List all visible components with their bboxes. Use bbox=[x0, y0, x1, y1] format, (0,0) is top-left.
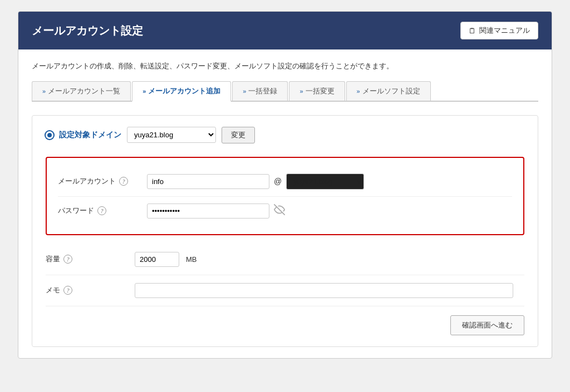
email-account-label: メールアカウント ? bbox=[58, 176, 147, 186]
password-input[interactable] bbox=[147, 204, 269, 219]
email-domain-select[interactable]: yuya21.blog bbox=[286, 173, 364, 190]
domain-radio[interactable] bbox=[46, 131, 53, 139]
tab-arrow-list: » bbox=[42, 88, 46, 95]
memo-inputs bbox=[135, 283, 524, 298]
capacity-inputs: MB bbox=[135, 252, 524, 267]
capacity-row: 容量 ? MB bbox=[46, 244, 524, 275]
tab-arrow-mail-software: » bbox=[357, 88, 360, 95]
highlighted-fields: メールアカウント ? @ yuya21.blog パスワード bbox=[46, 157, 524, 235]
page-title: メールアカウント設定 bbox=[32, 23, 143, 38]
email-account-row: メールアカウント ? @ yuya21.blog bbox=[58, 167, 512, 197]
tab-mail-software[interactable]: » メールソフト設定 bbox=[346, 81, 431, 101]
capacity-unit: MB bbox=[186, 255, 197, 264]
email-account-inputs: @ yuya21.blog bbox=[147, 173, 512, 190]
tab-arrow-bulk-register: » bbox=[243, 88, 246, 95]
page-header: メールアカウント設定 🗒 関連マニュアル bbox=[18, 12, 552, 49]
tab-arrow-bulk-change: » bbox=[299, 88, 303, 95]
memo-help-icon[interactable]: ? bbox=[63, 286, 72, 295]
manual-icon: 🗒 bbox=[469, 27, 476, 35]
email-account-input[interactable] bbox=[147, 174, 269, 189]
tab-bulk-register[interactable]: » 一括登録 bbox=[232, 81, 288, 101]
tab-list[interactable]: » メールアカウント一覧 bbox=[32, 81, 131, 101]
domain-label: 設定対象ドメイン bbox=[59, 130, 121, 140]
memo-label: メモ ? bbox=[46, 285, 135, 295]
memo-row: メモ ? bbox=[46, 275, 524, 306]
password-row: パスワード ? bbox=[58, 197, 512, 225]
submit-button[interactable]: 確認画面へ進む bbox=[450, 315, 524, 335]
page-wrapper: メールアカウント設定 🗒 関連マニュアル メールアカウントの作成、削除、転送設定… bbox=[18, 11, 552, 359]
capacity-label: 容量 ? bbox=[46, 254, 135, 264]
footer-row: 確認画面へ進む bbox=[46, 306, 524, 335]
password-help-icon[interactable]: ? bbox=[97, 206, 106, 215]
page-description: メールアカウントの作成、削除、転送設定、パスワード変更、メールソフト設定の確認を… bbox=[32, 61, 538, 72]
at-sign: @ bbox=[274, 177, 282, 186]
domain-change-button[interactable]: 変更 bbox=[222, 127, 255, 143]
memo-input[interactable] bbox=[135, 283, 513, 298]
domain-select[interactable]: yuya21.blog bbox=[127, 127, 216, 143]
domain-row: 設定対象ドメイン yuya21.blog 変更 bbox=[46, 127, 524, 143]
tab-add[interactable]: » メールアカウント追加 bbox=[132, 81, 231, 102]
tab-arrow-add: » bbox=[142, 88, 146, 95]
password-label: パスワード ? bbox=[58, 206, 147, 216]
tabs-bar: » メールアカウント一覧 » メールアカウント追加 » 一括登録 » 一括変更 … bbox=[32, 81, 538, 102]
capacity-input[interactable] bbox=[135, 252, 179, 267]
page-content: メールアカウントの作成、削除、転送設定、パスワード変更、メールソフト設定の確認を… bbox=[18, 49, 552, 358]
manual-button[interactable]: 🗒 関連マニュアル bbox=[460, 22, 538, 39]
tab-bulk-change[interactable]: » 一括変更 bbox=[289, 81, 345, 101]
password-toggle-icon[interactable] bbox=[274, 204, 285, 218]
password-inputs bbox=[147, 204, 512, 219]
form-section: 設定対象ドメイン yuya21.blog 変更 メールアカウント ? @ bbox=[32, 115, 538, 347]
email-account-help-icon[interactable]: ? bbox=[119, 177, 128, 186]
capacity-help-icon[interactable]: ? bbox=[63, 255, 72, 264]
